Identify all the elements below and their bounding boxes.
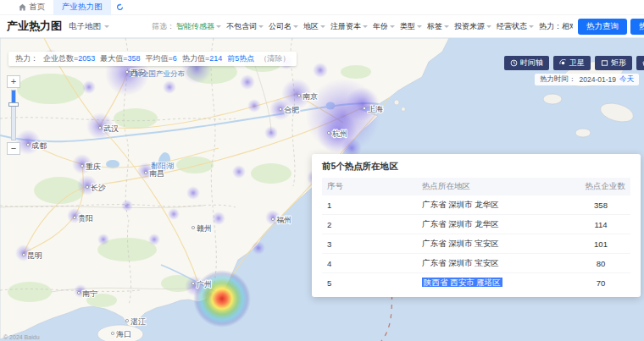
cell-count: 101 bbox=[571, 234, 630, 254]
rectangle-tool-button[interactable]: 矩形 bbox=[595, 56, 632, 70]
map-city-dot bbox=[22, 253, 25, 256]
map-type-dropdown[interactable]: 电子地图 bbox=[69, 21, 109, 32]
satellite-tool-button[interactable]: 卫星 bbox=[553, 56, 591, 70]
map-city-dot bbox=[80, 164, 83, 167]
stats-prefix: 热力： bbox=[15, 53, 38, 64]
top-tab-bar: 首页 产业热力图 bbox=[0, 0, 644, 15]
filter-chip-label: 公司名 bbox=[269, 21, 291, 32]
map-city-label: 南京 bbox=[303, 92, 318, 101]
tab-industry-heatmap[interactable]: 产业热力图 bbox=[53, 0, 111, 15]
clear-link[interactable]: （清除） bbox=[259, 53, 290, 64]
heatmap-blob bbox=[97, 234, 109, 245]
map-city-dot bbox=[111, 332, 114, 334]
timeline-tool-button[interactable]: 时间轴 bbox=[504, 56, 549, 70]
map-city-dot bbox=[73, 216, 75, 218]
heatmap-blob bbox=[313, 63, 328, 78]
map-city-label: 武汉 bbox=[103, 124, 119, 133]
heatmap-blob bbox=[240, 74, 255, 90]
rectangle-icon bbox=[601, 59, 608, 67]
map-city-label: 合肥 bbox=[284, 106, 300, 114]
filter-chip-tag[interactable]: 标签 bbox=[427, 21, 449, 32]
map-water-label: 鄱阳湖 bbox=[151, 162, 174, 170]
table-header-row: 序号 热点所在地区 热点企业数 bbox=[322, 178, 630, 195]
stats-max: 最大值=358 bbox=[100, 53, 140, 64]
map-canvas[interactable]: 西安成都重庆贵阳昆明武汉长沙南昌合肥南京上海杭州温州福州赣州广州南宁湛江海口台北… bbox=[0, 38, 644, 341]
tool-label: 矩形 bbox=[611, 58, 626, 69]
zoom-slider-handle[interactable] bbox=[8, 102, 19, 107]
filter-chip-status[interactable]: 经营状态 bbox=[497, 21, 534, 32]
heatmap-blob bbox=[121, 200, 133, 212]
filter-chip-label: 类型 bbox=[400, 21, 415, 32]
filter-toolbar: 产业热力图 电子地图 筛选： 智能传感器 不包含词 公司名 地区 注册资本 年份… bbox=[0, 15, 644, 38]
filter-chip-label: 地区 bbox=[303, 21, 319, 32]
today-link[interactable]: 今天 bbox=[619, 74, 634, 85]
map-city-label: 海口 bbox=[116, 330, 131, 338]
heat-query-button[interactable]: 热力查询 bbox=[578, 19, 627, 35]
filter-chip-capital[interactable]: 注册资本 bbox=[330, 21, 368, 32]
map-tools: 时间轴 卫星 矩形 bbox=[504, 56, 644, 70]
cell-no: 2 bbox=[322, 215, 417, 234]
heat-ranking-button[interactable]: 热力榜单 bbox=[630, 19, 644, 35]
cell-no: 5 bbox=[322, 273, 417, 293]
table-row[interactable]: 3 广东省 深圳市 宝安区 101 bbox=[322, 234, 630, 254]
map-city-label: 上海 bbox=[368, 105, 383, 113]
zoom-out-button[interactable]: − bbox=[7, 142, 20, 155]
map-city-dot bbox=[98, 126, 101, 129]
map-zoom-control: + − bbox=[7, 75, 20, 155]
cell-no: 3 bbox=[322, 234, 417, 254]
top5-table: 序号 热点所在地区 热点企业数 1 广东省 深圳市 龙华区 358 2 广东省 … bbox=[322, 178, 630, 292]
map-city-dot bbox=[144, 171, 147, 173]
table-row[interactable]: 2 广东省 深圳市 龙华区 114 bbox=[322, 215, 630, 234]
filter-chip-label: 不包含词 bbox=[226, 21, 257, 32]
filter-chip-year[interactable]: 年份 bbox=[373, 21, 395, 32]
refresh-icon[interactable] bbox=[116, 3, 124, 11]
map-city-label: 贵阳 bbox=[78, 214, 93, 223]
chevron-down-icon bbox=[390, 25, 395, 30]
map-city-dot bbox=[77, 291, 80, 294]
map-city-dot bbox=[271, 217, 274, 220]
chevron-down-icon bbox=[293, 25, 298, 30]
chevron-down-icon bbox=[320, 25, 325, 30]
filter-chip-investment[interactable]: 投资来源 bbox=[454, 21, 491, 32]
cell-count: 358 bbox=[571, 195, 630, 215]
map-city-dot bbox=[26, 143, 29, 146]
toolbar-buttons: 热力查询 热力榜单 bbox=[573, 19, 644, 35]
heat-time-value[interactable]: 2024-01-19 bbox=[580, 75, 616, 84]
clock-icon bbox=[510, 59, 518, 67]
heatmap-blob bbox=[252, 241, 265, 255]
filter-chip-company-name[interactable]: 公司名 bbox=[269, 21, 298, 32]
cell-count: 70 bbox=[571, 273, 630, 293]
top5-hotspots-link[interactable]: 前5热点 bbox=[227, 53, 254, 64]
heatmap-blob bbox=[212, 212, 225, 225]
table-row[interactable]: 1 广东省 深圳市 龙华区 358 bbox=[322, 195, 630, 215]
industry-heatmap-app: 首页 产业热力图 产业热力图 电子地图 筛选： 智能传感器 不包含词 公司名 地… bbox=[0, 0, 644, 341]
heatmap-blob bbox=[247, 99, 261, 113]
filter-chip-keyword[interactable]: 智能传感器 bbox=[176, 21, 221, 32]
chevron-down-icon bbox=[104, 25, 109, 30]
filter-chip-region[interactable]: 地区 bbox=[303, 21, 325, 32]
cell-count: 114 bbox=[571, 215, 630, 234]
heatmap-blob bbox=[82, 80, 96, 94]
national-distribution-link[interactable]: 了解全国产业分布 bbox=[127, 69, 185, 80]
chevron-down-icon bbox=[417, 25, 422, 30]
heatmap-blob bbox=[232, 165, 246, 179]
table-row[interactable]: 4 广东省 深圳市 宝安区 80 bbox=[322, 254, 630, 273]
heatmap-hotspot bbox=[193, 270, 251, 327]
zoom-in-button[interactable]: + bbox=[7, 75, 20, 88]
table-row-selected[interactable]: 5 陕西省 西安市 雁塔区 70 bbox=[322, 273, 630, 293]
home-icon bbox=[19, 3, 26, 11]
heat-stats-bar: 热力： 企业总数=2053 最大值=358 平均值=6 热力值=214 前5热点… bbox=[8, 52, 297, 66]
zoom-slider[interactable] bbox=[11, 90, 16, 140]
col-header-no: 序号 bbox=[322, 178, 417, 195]
filter-chip-label: 经营状态 bbox=[497, 21, 527, 32]
filter-chip-exclude[interactable]: 不包含词 bbox=[226, 21, 264, 32]
filter-chip-type[interactable]: 类型 bbox=[400, 21, 422, 32]
polygon-tool-button[interactable] bbox=[636, 56, 644, 70]
stats-avg: 平均值=6 bbox=[146, 53, 177, 64]
filter-chip-label: 标签 bbox=[427, 21, 442, 32]
breadcrumb-home[interactable]: 首页 bbox=[0, 2, 53, 13]
map-attribution: © 2024 Baidu bbox=[3, 334, 40, 340]
heatmap-blob bbox=[186, 186, 200, 200]
map-city-dot bbox=[192, 226, 194, 228]
stats-total: 企业总数=2053 bbox=[43, 53, 95, 64]
